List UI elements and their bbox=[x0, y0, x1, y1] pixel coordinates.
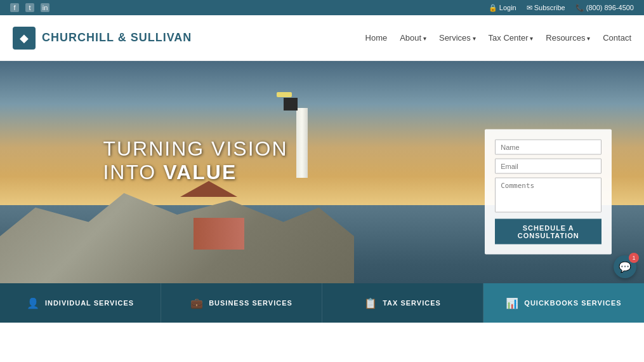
facebook-icon[interactable]: f bbox=[10, 3, 19, 12]
tax-services-label: TAX SERVICES bbox=[383, 299, 441, 307]
quickbooks-services-label: QUICKBOOKS SERVICES bbox=[524, 299, 621, 307]
chat-badge: 1 bbox=[629, 253, 639, 263]
main-nav: Home About Services Tax Center Resources… bbox=[365, 33, 631, 43]
subscribe-link[interactable]: ✉ Subscribe bbox=[527, 4, 565, 12]
header: ◆ CHURCHILL & SULLIVAN Home About Servic… bbox=[0, 15, 644, 61]
login-link[interactable]: 🔒 Login bbox=[489, 4, 516, 12]
nav-home[interactable]: Home bbox=[365, 33, 388, 43]
name-input[interactable] bbox=[495, 140, 601, 155]
phone-link[interactable]: 📞 (800) 896-4500 bbox=[575, 4, 634, 12]
business-services-label: BUSINESS SERVICES bbox=[209, 299, 292, 307]
linkedin-icon[interactable]: in bbox=[41, 3, 49, 12]
schedule-consultation-button[interactable]: SCHEDULE A CONSULTATION bbox=[495, 219, 601, 245]
lighthouse-top bbox=[284, 98, 298, 111]
consultation-form: SCHEDULE A CONSULTATION bbox=[485, 130, 612, 255]
quickbooks-services-icon: 📊 bbox=[506, 297, 519, 309]
hero-section: TURNING VISION INTO VALUE SCHEDULE A CON… bbox=[0, 61, 644, 323]
chat-icon: 💬 bbox=[619, 261, 631, 273]
nav-about[interactable]: About bbox=[400, 33, 426, 43]
hero-headline-line2: INTO VALUE bbox=[103, 161, 287, 184]
top-bar-right: 🔒 Login ✉ Subscribe 📞 (800) 896-4500 bbox=[489, 4, 634, 12]
comments-input[interactable] bbox=[495, 178, 601, 213]
quickbooks-services-item[interactable]: 📊 QUICKBOOKS SERVICES bbox=[483, 283, 644, 323]
lighthouse-light bbox=[277, 92, 292, 97]
individual-services-label: INDIVIDUAL SERVICES bbox=[45, 299, 134, 307]
individual-services-item[interactable]: 👤 INDIVIDUAL SERVICES bbox=[0, 283, 161, 323]
nav-services[interactable]: Services bbox=[439, 33, 476, 43]
hero-headline-line1: TURNING VISION bbox=[103, 137, 287, 161]
individual-services-icon: 👤 bbox=[27, 297, 40, 309]
nav-resources[interactable]: Resources bbox=[546, 33, 590, 43]
business-services-item[interactable]: 💼 BUSINESS SERVICES bbox=[161, 283, 322, 323]
twitter-icon[interactable]: t bbox=[25, 3, 34, 12]
nav-contact[interactable]: Contact bbox=[603, 33, 631, 43]
lighthouse-tower bbox=[296, 108, 308, 178]
tax-services-item[interactable]: 📋 TAX SERVICES bbox=[322, 283, 483, 323]
chat-bubble[interactable]: 💬 1 bbox=[614, 255, 636, 278]
logo-icon: ◆ bbox=[13, 27, 36, 50]
email-input[interactable] bbox=[495, 159, 601, 174]
social-links: f t in bbox=[10, 3, 49, 12]
services-bar: 👤 INDIVIDUAL SERVICES 💼 BUSINESS SERVICE… bbox=[0, 283, 644, 323]
logo: ◆ CHURCHILL & SULLIVAN bbox=[13, 27, 192, 50]
tax-services-icon: 📋 bbox=[364, 297, 378, 309]
hero-text: TURNING VISION INTO VALUE bbox=[103, 137, 287, 184]
nav-tax-center[interactable]: Tax Center bbox=[489, 33, 534, 43]
building bbox=[194, 218, 244, 250]
top-bar: f t in 🔒 Login ✉ Subscribe 📞 (800) 896-4… bbox=[0, 0, 644, 15]
logo-text: CHURCHILL & SULLIVAN bbox=[42, 31, 192, 44]
business-services-icon: 💼 bbox=[190, 297, 204, 309]
